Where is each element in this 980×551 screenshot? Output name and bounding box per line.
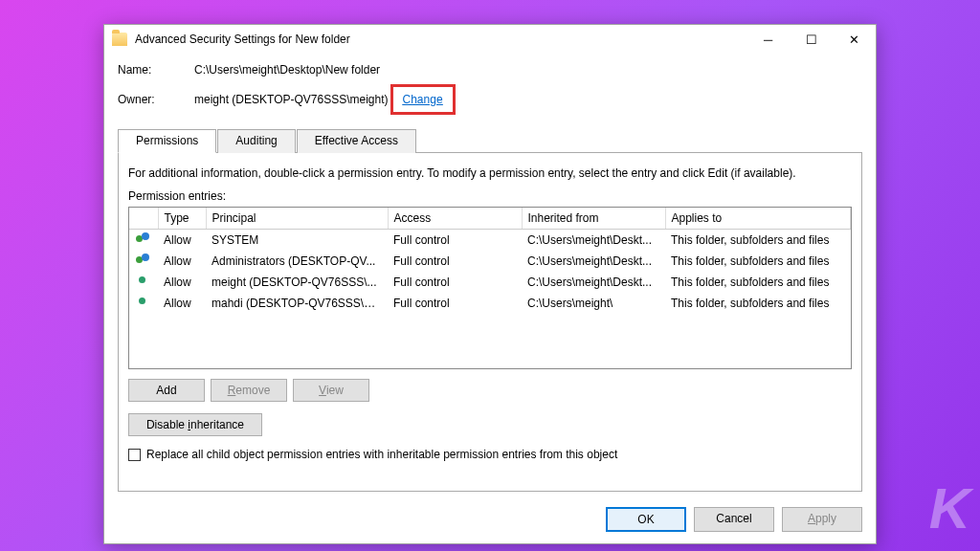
cell-access: Full control [388,251,522,272]
table-header: Type Principal Access Inherited from App… [129,208,851,230]
permissions-panel: For additional information, double-click… [118,153,862,492]
add-button[interactable]: AAdddd [128,379,205,402]
content-area: Name: C:\Users\meight\Desktop\New folder… [104,54,876,499]
cell-applies: This folder, subfolders and files [665,230,851,252]
cell-principal: meight (DESKTOP-QV76SSS\... [206,272,388,293]
window-title: Advanced Security Settings for New folde… [135,33,350,46]
principal-icon [135,253,150,269]
dialog-footer: OK Cancel Apply [104,499,876,543]
tab-effective-access[interactable]: Effective Access [297,129,416,153]
cell-inherited: C:\Users\meight\Deskt... [522,230,665,252]
disable-inheritance-button[interactable]: Disable inheritance [128,413,262,436]
view-button[interactable]: View [293,379,369,402]
tab-bar: Permissions Auditing Effective Access [118,128,862,153]
change-owner-link[interactable]: Change [403,93,443,106]
close-button[interactable]: ✕ [833,25,876,54]
window-controls: ─ ☐ ✕ [746,25,876,54]
replace-checkbox-row: Replace all child object permission entr… [128,448,852,461]
table-row[interactable]: Allowmeight (DESKTOP-QV76SSS\...Full con… [129,272,851,293]
apply-button[interactable]: Apply [782,507,862,532]
col-type[interactable]: Type [158,208,206,230]
owner-label: Owner: [118,93,194,106]
titlebar: Advanced Security Settings for New folde… [104,25,876,54]
entries-label: Permission entries: [128,189,852,203]
cell-applies: This folder, subfolders and files [665,272,851,293]
cell-access: Full control [388,293,522,314]
minimize-button[interactable]: ─ [746,25,790,54]
cell-type: Allow [158,251,206,272]
cell-principal: SYSTEM [206,230,388,252]
cell-access: Full control [388,272,522,293]
col-applies[interactable]: Applies to [665,208,851,230]
principal-icon [135,275,150,290]
cell-type: Allow [158,272,206,293]
permission-entries-table[interactable]: Type Principal Access Inherited from App… [128,207,852,369]
name-label: Name: [118,63,194,77]
cell-inherited: C:\Users\meight\Deskt... [522,251,665,272]
principal-icon [135,296,150,311]
name-row: Name: C:\Users\meight\Desktop\New folder [118,63,862,77]
entry-buttons: AAdddd Remove View [128,379,852,402]
folder-icon [112,33,127,46]
remove-button[interactable]: Remove [211,379,287,402]
change-highlight: Change [390,84,456,115]
maximize-button[interactable]: ☐ [790,25,833,54]
cell-type: Allow [158,293,206,314]
table-row[interactable]: AllowAdministrators (DESKTOP-QV...Full c… [129,251,851,272]
col-principal[interactable]: Principal [206,208,388,230]
cell-applies: This folder, subfolders and files [665,293,851,314]
cancel-button[interactable]: Cancel [694,507,774,532]
cell-principal: Administrators (DESKTOP-QV... [206,251,388,272]
owner-value: meight (DESKTOP-QV76SSS\meight) [194,93,389,106]
cell-inherited: C:\Users\meight\ [522,293,665,314]
replace-checkbox[interactable] [128,449,141,461]
cell-principal: mahdi (DESKTOP-QV76SSS\m... [206,293,388,314]
name-value: C:\Users\meight\Desktop\New folder [194,63,380,77]
security-settings-window: Advanced Security Settings for New folde… [103,24,877,544]
inheritance-buttons: Disable inheritance [128,413,852,436]
owner-row: Owner: meight (DESKTOP-QV76SSS\meight) C… [118,84,862,115]
panel-hint: For additional information, double-click… [128,166,852,180]
cell-type: Allow [158,230,206,252]
tab-auditing[interactable]: Auditing [217,129,295,153]
cell-applies: This folder, subfolders and files [665,251,851,272]
cell-access: Full control [388,230,522,252]
watermark: K [929,475,970,541]
col-access[interactable]: Access [388,208,522,230]
col-inherited[interactable]: Inherited from [522,208,665,230]
tab-permissions[interactable]: Permissions [118,129,216,153]
table-row[interactable]: Allowmahdi (DESKTOP-QV76SSS\m...Full con… [129,293,851,314]
ok-button[interactable]: OK [606,507,686,532]
cell-inherited: C:\Users\meight\Deskt... [522,272,665,293]
replace-checkbox-label[interactable]: Replace all child object permission entr… [146,448,617,461]
principal-icon [135,232,150,248]
table-row[interactable]: AllowSYSTEMFull controlC:\Users\meight\D… [129,230,851,252]
